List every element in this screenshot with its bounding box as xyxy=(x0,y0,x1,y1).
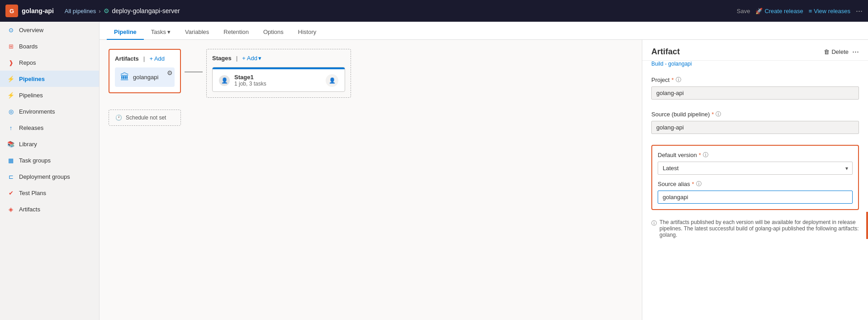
stage-sub: 1 job, 3 tasks xyxy=(234,81,321,87)
sidebar: ⊙ Overview ⊞ Boards ❱ Repos ⚡ Pipelines … xyxy=(0,22,100,320)
info-note-text: The artifacts published by each version … xyxy=(659,219,859,238)
stage-card[interactable]: 👤 Stage1 1 job, 3 tasks 👤 xyxy=(212,67,345,92)
repos-icon: ❱ xyxy=(7,59,14,66)
source-required: * xyxy=(711,111,714,118)
topbar-actions: Save 🚀 Create release ≡ View releases ··… xyxy=(737,6,863,16)
tab-options[interactable]: Options xyxy=(256,25,291,40)
boards-icon: ⊞ xyxy=(7,43,14,50)
source-alias-required: * xyxy=(692,181,694,187)
overview-icon: ⊙ xyxy=(7,26,14,33)
sidebar-label-taskgroups: Task groups xyxy=(19,157,51,164)
save-button[interactable]: Save xyxy=(737,8,750,14)
artifacts-header: Artifacts | + Add xyxy=(115,55,175,62)
org-logo: G xyxy=(5,5,18,17)
artifact-source-link[interactable]: Build - golangapi xyxy=(642,61,868,71)
tab-history[interactable]: History xyxy=(291,25,323,40)
default-version-required: * xyxy=(699,152,701,158)
default-version-select[interactable]: Latest xyxy=(658,162,853,175)
sidebar-label-pipelines-parent: Pipelines xyxy=(19,76,45,82)
default-version-select-wrapper: Latest ▾ xyxy=(658,162,853,175)
tab-pipeline[interactable]: Pipeline xyxy=(107,25,144,40)
project-input[interactable] xyxy=(651,86,859,100)
default-version-info-icon[interactable]: ⓘ xyxy=(703,151,708,159)
sidebar-item-boards[interactable]: ⊞ Boards xyxy=(0,38,99,54)
source-alias-label: Source alias * ⓘ xyxy=(658,180,853,188)
right-panel-actions: 🗑 Delete ··· xyxy=(824,47,859,57)
sidebar-item-overview[interactable]: ⊙ Overview xyxy=(0,22,99,38)
right-panel-header: Artifact 🗑 Delete ··· xyxy=(642,40,868,61)
taskgroups-icon: ▦ xyxy=(7,157,14,164)
topbar-more-button[interactable]: ··· xyxy=(856,6,863,16)
sidebar-label-testplans: Test Plans xyxy=(19,190,46,196)
stage-post-approval-icon[interactable]: 👤 xyxy=(326,74,338,87)
source-alias-input[interactable] xyxy=(658,191,853,204)
testplans-icon: ✔ xyxy=(7,189,14,196)
artifact-card[interactable]: ⚙ 🏛 golangapi xyxy=(115,67,175,87)
project-info-icon[interactable]: ⓘ xyxy=(676,76,681,84)
create-release-button[interactable]: 🚀 Create release xyxy=(755,8,803,14)
source-field-group: Source (build pipeline) * ⓘ xyxy=(642,105,868,139)
sidebar-label-boards: Boards xyxy=(19,43,38,50)
artifacts-icon: ◈ xyxy=(7,205,14,213)
tab-retention[interactable]: Retention xyxy=(216,25,256,40)
sidebar-label-pipelines: Pipelines xyxy=(19,92,43,99)
environments-icon: ◎ xyxy=(7,108,14,115)
sidebar-label-repos: Repos xyxy=(19,59,36,66)
connector-line xyxy=(185,72,203,72)
artifact-settings-button[interactable]: ⚙ xyxy=(167,69,173,76)
info-note: ⓘ The artifacts published by each versio… xyxy=(642,215,868,242)
sidebar-item-pipelines[interactable]: ⚡ Pipelines xyxy=(0,87,99,103)
tab-tasks[interactable]: Tasks ▾ xyxy=(144,25,178,40)
delete-button[interactable]: 🗑 Delete xyxy=(824,48,849,55)
sidebar-label-releases: Releases xyxy=(19,124,43,131)
right-panel: Artifact 🗑 Delete ··· Build - golangapi … xyxy=(642,40,868,320)
tabs: Pipeline Tasks ▾ Variables Retention Opt… xyxy=(100,22,868,40)
stage-info: Stage1 1 job, 3 tasks xyxy=(234,74,321,87)
clock-icon: 🕐 xyxy=(115,115,122,121)
sidebar-item-taskgroups[interactable]: ▦ Task groups xyxy=(0,152,99,168)
source-alias-info-icon[interactable]: ⓘ xyxy=(696,180,702,188)
bordered-section: Default version * ⓘ Latest ▾ xyxy=(651,145,859,210)
sidebar-item-deploymentgroups[interactable]: ⊏ Deployment groups xyxy=(0,168,99,185)
library-icon: 📚 xyxy=(7,140,14,148)
pipelines-parent-icon: ⚡ xyxy=(7,75,14,82)
sidebar-item-environments[interactable]: ◎ Environments xyxy=(0,103,99,119)
schedule-box[interactable]: 🕐 Schedule not set xyxy=(109,110,181,126)
source-info-icon[interactable]: ⓘ xyxy=(716,110,721,118)
list-icon: ≡ xyxy=(809,8,812,14)
content: Pipeline Tasks ▾ Variables Retention Opt… xyxy=(100,22,868,320)
pipeline-canvas: Artifacts | + Add ⚙ 🏛 golangapi xyxy=(100,40,642,320)
sidebar-item-repos[interactable]: ❱ Repos xyxy=(0,54,99,71)
releases-icon: ↑ xyxy=(7,124,14,131)
stages-box: Stages | + Add ▾ xyxy=(206,49,351,98)
stage-pre-approval-icon: 👤 xyxy=(219,75,230,86)
default-version-label: Default version * ⓘ xyxy=(658,151,853,159)
sidebar-label-deploymentgroups: Deployment groups xyxy=(19,173,70,180)
sidebar-item-pipelines-parent[interactable]: ⚡ Pipelines xyxy=(0,71,99,87)
source-input[interactable] xyxy=(651,121,859,134)
schedule-label: Schedule not set xyxy=(126,115,166,121)
sidebar-label-overview: Overview xyxy=(19,27,43,33)
sidebar-item-testplans[interactable]: ✔ Test Plans xyxy=(0,185,99,201)
stage-name: Stage1 xyxy=(234,74,321,81)
pipelines-icon: ⚡ xyxy=(7,91,14,99)
source-label: Source (build pipeline) * ⓘ xyxy=(651,110,859,118)
project-field-group: Project * ⓘ xyxy=(642,71,868,105)
artifacts-add-button[interactable]: + Add xyxy=(149,55,165,62)
right-panel-more-button[interactable]: ··· xyxy=(852,47,859,57)
deploymentgroups-icon: ⊏ xyxy=(7,173,14,180)
stages-add-button[interactable]: + Add ▾ xyxy=(242,55,261,62)
view-releases-button[interactable]: ≡ View releases xyxy=(809,8,850,14)
stages-header: Stages | + Add ▾ xyxy=(212,55,345,62)
tab-variables[interactable]: Variables xyxy=(178,25,216,40)
artifact-icon: 🏛 xyxy=(120,72,129,82)
sidebar-item-artifacts[interactable]: ◈ Artifacts xyxy=(0,201,99,217)
sidebar-item-library[interactable]: 📚 Library xyxy=(0,136,99,152)
all-pipelines-link[interactable]: All pipelines xyxy=(65,8,96,14)
org-name: golang-api xyxy=(22,7,54,14)
sidebar-item-releases[interactable]: ↑ Releases xyxy=(0,119,99,136)
default-version-field-group: Default version * ⓘ Latest ▾ xyxy=(658,151,853,180)
pipeline-name: deploy-golangapi-server xyxy=(112,7,180,14)
stages-add-chevron-icon: ▾ xyxy=(258,55,261,62)
chevron-down-icon: ▾ xyxy=(167,29,171,35)
